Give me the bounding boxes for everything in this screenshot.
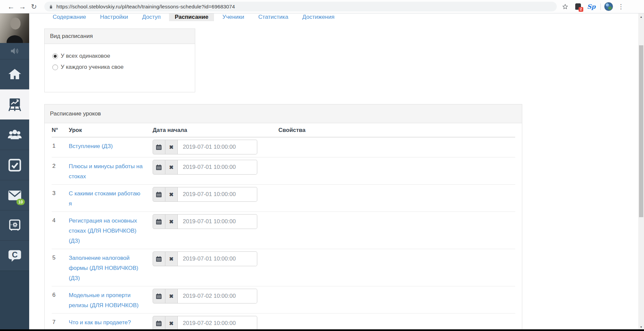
sidebar-item-tasks[interactable]	[0, 150, 29, 180]
lesson-properties	[278, 187, 515, 209]
address-bar[interactable]: https://school.steblovskiy.ru/pl/teach/t…	[44, 2, 557, 11]
radio-label: У всех одинаковое	[61, 53, 110, 59]
lesson-properties	[278, 140, 515, 154]
calendar-button[interactable]	[153, 289, 165, 303]
clear-date-button[interactable]: ✖	[165, 214, 178, 229]
calendar-button[interactable]	[153, 187, 165, 202]
tab-Статистика[interactable]: Статистика	[258, 13, 288, 21]
clear-x-icon: ✖	[169, 256, 173, 262]
lesson-link[interactable]: Модельные и проперти релизы (ДЛЯ НОВИЧКО…	[69, 292, 139, 309]
lock-icon	[49, 4, 53, 9]
start-date-input[interactable]	[178, 251, 257, 266]
browser-reload-button[interactable]: ↻	[28, 1, 40, 12]
toolbar-separator	[600, 3, 601, 10]
extension-icon[interactable]: 2	[573, 1, 583, 12]
tab-Доступ[interactable]: Доступ	[142, 13, 161, 21]
lessons-table-header: N° Урок Дата начала Свойства	[52, 123, 515, 137]
sidebar-item-mail[interactable]: 10	[0, 180, 29, 210]
calendar-icon	[156, 164, 162, 171]
scrollbar-thumb[interactable]	[639, 45, 643, 217]
date-input-group: ✖	[153, 187, 257, 202]
lesson-number: 5	[52, 251, 69, 283]
clear-date-button[interactable]: ✖	[165, 140, 178, 154]
sidebar-empty-area	[0, 271, 29, 331]
start-date-input[interactable]	[178, 289, 257, 303]
schedule-view-panel-title: Вид расписания	[45, 29, 195, 44]
tab-Достижения[interactable]: Достижения	[302, 13, 334, 21]
check-square-icon	[7, 158, 22, 173]
safe-icon	[8, 219, 22, 233]
start-date-input[interactable]	[178, 214, 257, 229]
date-input-group: ✖	[153, 140, 257, 154]
lesson-number: 4	[52, 214, 69, 246]
start-date-input[interactable]	[178, 187, 257, 202]
chart-easel-icon	[7, 97, 22, 112]
lesson-properties	[278, 214, 515, 246]
lesson-number: 1	[52, 140, 69, 154]
browser-forward-button[interactable]: →	[17, 1, 28, 12]
start-date-input[interactable]	[178, 160, 257, 175]
radio-option[interactable]: У всех одинаковое	[52, 53, 195, 59]
sidebar-item-safe[interactable]	[0, 210, 29, 240]
col-header-start-date: Дата начала	[153, 127, 278, 134]
radio-icon[interactable]	[52, 53, 58, 59]
table-row: 6 Модельные и проперти релизы (ДЛЯ НОВИЧ…	[52, 286, 515, 313]
date-input-group: ✖	[153, 251, 257, 266]
table-row: 3 С какими стоками работаю я ✖	[52, 184, 515, 211]
browser-back-button[interactable]: ←	[5, 1, 17, 12]
table-row: 4 Регистрация на основных стоках (ДЛЯ НО…	[52, 211, 515, 249]
calendar-icon	[156, 256, 162, 262]
sidebar-item-announcements[interactable]	[0, 43, 29, 59]
lesson-link[interactable]: Вступление (ДЗ)	[69, 143, 113, 149]
tab-Настройки[interactable]: Настройки	[100, 13, 128, 21]
clear-date-button[interactable]: ✖	[165, 187, 178, 202]
date-input-group: ✖	[153, 316, 257, 331]
lesson-link[interactable]: С какими стоками работаю я	[69, 190, 140, 207]
scrollbar-up-arrow[interactable]: ▲	[638, 14, 644, 19]
sidebar-item-students[interactable]	[0, 120, 29, 150]
calendar-button[interactable]	[153, 316, 165, 331]
browser-toolbar: ← → ↻ https://school.steblovskiy.ru/pl/t…	[0, 0, 644, 13]
browser-menu-icon[interactable]: ⋮	[616, 2, 626, 12]
profile-photo[interactable]	[0, 13, 29, 43]
start-date-input[interactable]	[178, 140, 257, 154]
radio-label: У каждого ученика свое	[61, 64, 123, 70]
clear-date-button[interactable]: ✖	[165, 251, 178, 266]
scrollbar-down-arrow[interactable]: ▼	[638, 324, 644, 330]
tab-Ученики[interactable]: Ученики	[222, 13, 244, 21]
lesson-number: 2	[52, 160, 69, 182]
tab-Расписание[interactable]: Расписание	[169, 13, 214, 21]
calendar-button[interactable]	[153, 251, 165, 266]
clear-x-icon: ✖	[169, 219, 173, 225]
users-icon	[7, 127, 22, 143]
training-tabs: СодержаниеНастройкиДоступРасписаниеУчени…	[29, 13, 638, 21]
sp-extension-icon[interactable]: Sp	[587, 3, 596, 10]
tab-Содержание[interactable]: Содержание	[53, 13, 86, 21]
url-text: https://school.steblovskiy.ru/pl/teach/t…	[56, 4, 235, 10]
calendar-button[interactable]	[153, 140, 165, 154]
clear-date-button[interactable]: ✖	[165, 289, 178, 303]
bookmark-star-icon[interactable]	[560, 2, 570, 12]
svg-text:C: C	[12, 250, 17, 259]
start-date-input[interactable]	[178, 316, 257, 331]
clear-x-icon: ✖	[169, 191, 173, 198]
calendar-button[interactable]	[153, 214, 165, 229]
browser-profile-avatar[interactable]	[604, 2, 613, 11]
clear-x-icon: ✖	[169, 144, 173, 150]
page-scrollbar[interactable]: ▲ ▼	[638, 13, 644, 331]
lesson-link[interactable]: Регистрация на основных стоках (ДЛЯ НОВИ…	[69, 218, 137, 244]
sidebar-item-chat[interactable]: C	[0, 240, 29, 271]
lesson-link[interactable]: Плюсы и минусы работы на стоках	[69, 163, 143, 180]
clear-date-button[interactable]: ✖	[165, 316, 178, 331]
date-input-group: ✖	[153, 289, 257, 303]
radio-icon[interactable]	[52, 64, 58, 70]
calendar-icon	[156, 293, 162, 299]
calendar-icon	[156, 144, 162, 150]
calendar-button[interactable]	[153, 160, 165, 175]
col-header-num: N°	[52, 127, 69, 134]
radio-option[interactable]: У каждого ученика свое	[52, 64, 195, 70]
lesson-link[interactable]: Заполнение налоговой формы (ДЛЯ НОВИЧКОВ…	[69, 255, 138, 281]
sidebar-item-trainings[interactable]	[0, 89, 29, 120]
sidebar-item-home[interactable]	[0, 59, 29, 89]
clear-date-button[interactable]: ✖	[165, 160, 178, 175]
